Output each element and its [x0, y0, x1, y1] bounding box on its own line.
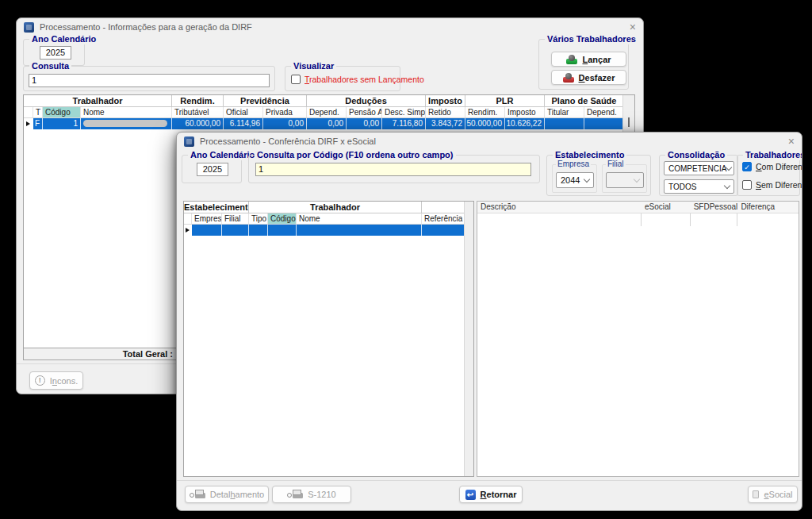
- checkbox-sem-diferenca[interactable]: Sem Diferença: [742, 180, 802, 190]
- filial-label: Filial: [606, 160, 626, 169]
- group-header-plano-saude: Plano de Saúde: [545, 95, 624, 106]
- lancar-icon: [566, 55, 577, 64]
- col-esocial: eSocial: [642, 202, 691, 213]
- cell-t: F: [33, 118, 43, 129]
- col-depend-saude: Depend.: [584, 107, 624, 117]
- trabalhadores-grid[interactable]: Estabelecimento Trabalhador Empresa Fili…: [183, 201, 474, 477]
- incons-label: Incons.: [50, 376, 78, 386]
- left-grid-selected-row[interactable]: [184, 225, 473, 236]
- checkbox-checked-icon[interactable]: ✓: [742, 162, 752, 171]
- cell-titular: [545, 118, 584, 129]
- group-varios-trabalhadores: Vários Trabalhadores Lançar Desfazer: [538, 39, 629, 90]
- cell-filial: [222, 225, 249, 236]
- col-tributavel: Tributável: [172, 107, 224, 117]
- empty-cell: [691, 213, 738, 226]
- row-selector-cell: [24, 118, 33, 129]
- cell-empresa: [192, 225, 222, 236]
- ano-calendario-input[interactable]: 2025: [40, 46, 71, 60]
- window-conferencia-esocial: Processamento - Conferência DIRF x eSoci…: [176, 132, 802, 511]
- consulta-codigo-input[interactable]: 1: [255, 163, 531, 176]
- cell-desc-simp: 7.116,80: [382, 118, 426, 129]
- desfazer-button[interactable]: Desfazer: [551, 70, 626, 85]
- right-grid-header-row: Descrição eSocial SFDPessoal Diferença: [477, 202, 799, 213]
- empresa-select[interactable]: 2044: [556, 172, 594, 188]
- desfazer-label: Desfazer: [579, 73, 615, 83]
- group-header-estabelecimento: Estabelecimento: [184, 202, 249, 213]
- ano-calendario-2-input[interactable]: 2025: [197, 163, 228, 176]
- col-codigo: Código: [43, 107, 81, 117]
- col-plr-rendim: Rendim.: [465, 107, 505, 117]
- retornar-label: Retornar: [481, 490, 517, 499]
- empresa-label: Empresa: [556, 160, 591, 169]
- col-retido: Retido: [426, 107, 465, 117]
- dirf-grid-subheader-row: T Código Nome Tributável Oficial Privada…: [24, 107, 634, 118]
- col-empresa: Empresa: [192, 213, 222, 224]
- left-grid-subheader-row: Empresa Filial Tipo Código Nome Referênc…: [184, 213, 473, 225]
- group-consolidacao: Consolidação COMPETENCIA TODOS: [659, 155, 738, 196]
- group-varios-trabalhadores-label: Vários Trabalhadores: [545, 34, 638, 44]
- detalhamento-button[interactable]: Detalhamento: [185, 486, 269, 503]
- cell-tributavel: 60.000,00: [172, 118, 224, 129]
- consolidacao-select-2[interactable]: TODOS: [664, 179, 734, 194]
- cell-retido: 3.843,72: [426, 118, 465, 129]
- col-diferenca: Diferença: [737, 202, 799, 213]
- window1-close-icon[interactable]: ×: [630, 21, 636, 33]
- dirf-grid-selected-row[interactable]: F 1 60.000,00 6.114,96 0,00 0,00 0,00 7.…: [24, 118, 634, 129]
- col-codigo: Código: [268, 213, 297, 224]
- col-selector: [24, 107, 33, 117]
- empty-cell: [642, 213, 691, 226]
- cell-nome: [297, 225, 422, 236]
- group-header-imposto: Imposto: [426, 95, 465, 106]
- consolidacao-select-1-value: COMPETENCIA: [668, 164, 726, 173]
- grid1-scroll-thumb[interactable]: [628, 117, 630, 127]
- window2-footer: Detalhamento S-1210 ↩ Retornar eSocial: [177, 480, 802, 510]
- group-visualizar: Visualizar Trabalhadores sem Lançamento: [285, 66, 400, 91]
- diferencas-pane[interactable]: Descrição eSocial SFDPessoal Diferença: [477, 201, 799, 477]
- left-grid-vertical-scrollbar[interactable]: [464, 202, 473, 476]
- chevron-down-icon: [726, 163, 732, 170]
- retornar-button[interactable]: ↩ Retornar: [459, 486, 523, 503]
- col-t: T: [33, 107, 43, 117]
- group-trabalhadores-label: Trabalhadores: [743, 150, 802, 160]
- checkbox-box[interactable]: [291, 75, 301, 84]
- lancar-button[interactable]: Lançar: [551, 52, 626, 67]
- consulta-input[interactable]: 1: [29, 74, 270, 87]
- cell-codigo: [268, 225, 297, 236]
- group-trabalhadores: Trabalhadores ✓ Com Diferença Sem Difere…: [737, 155, 800, 196]
- window2-close-icon[interactable]: ×: [788, 136, 795, 147]
- consolidacao-select-2-value: TODOS: [668, 183, 696, 191]
- checkbox-box[interactable]: [742, 180, 752, 190]
- esocial-button[interactable]: eSocial: [748, 486, 798, 503]
- group-header-trabalhador: Trabalhador: [24, 95, 172, 106]
- filial-fieldset: Filial: [602, 164, 647, 193]
- s1210-button[interactable]: S-1210: [272, 486, 351, 503]
- col-pensao-alim: Pensão Alim.: [347, 107, 382, 117]
- cell-oficial: 6.114,96: [224, 118, 263, 129]
- window2-title: Processamento - Conferência DIRF x eSoci…: [200, 136, 376, 146]
- com-diferenca-label: Com Diferença: [756, 162, 802, 171]
- cell-plr-imposto: 10.626,22: [505, 118, 545, 129]
- filial-select[interactable]: [606, 172, 644, 188]
- checkbox-trabalhadores-sem-lancamento[interactable]: Trabalhadores sem Lançamento: [291, 75, 424, 84]
- group-consulta-label: Consulta: [29, 61, 71, 71]
- col-privada: Privada: [263, 107, 307, 117]
- col-descricao: Descrição: [477, 202, 642, 213]
- col-titular: Titular: [545, 107, 584, 117]
- consolidacao-select-1[interactable]: COMPETENCIA: [664, 161, 734, 175]
- group-header-empty: [422, 202, 465, 213]
- checkbox-com-diferenca[interactable]: ✓ Com Diferença: [742, 162, 802, 171]
- incons-button[interactable]: ! Incons.: [29, 371, 83, 390]
- col-nome: Nome: [81, 107, 172, 117]
- app-icon: [184, 136, 194, 147]
- window2-titlebar[interactable]: Processamento - Conferência DIRF x eSoci…: [177, 133, 802, 150]
- desfazer-icon: [563, 73, 574, 83]
- cell-depend: 0,00: [307, 118, 347, 129]
- printer-icon: [287, 490, 303, 499]
- group-ano-calendario-label: Ano Calendário: [29, 34, 98, 44]
- cell-depend-saude: [584, 118, 624, 129]
- cell-pensao-alim: 0,00: [347, 118, 382, 129]
- chevron-down-icon: [584, 175, 590, 182]
- document-icon: [753, 490, 759, 498]
- sem-diferenca-label: Sem Diferença: [756, 180, 802, 190]
- window1-titlebar[interactable]: Processamento - Informações para a geraç…: [17, 18, 643, 36]
